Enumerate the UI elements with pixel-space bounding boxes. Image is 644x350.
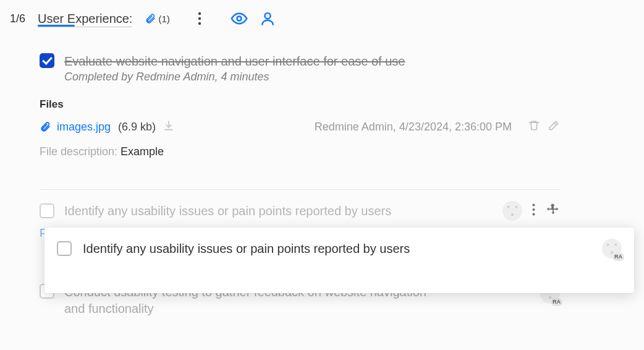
download-button[interactable] xyxy=(163,120,174,134)
assignee-avatar[interactable]: RA xyxy=(602,239,622,258)
assignee-avatar[interactable] xyxy=(502,201,522,221)
assignee-button[interactable] xyxy=(258,9,278,28)
paperclip-icon xyxy=(145,13,156,24)
watch-button[interactable] xyxy=(229,9,249,28)
divider xyxy=(40,189,560,190)
svg-point-1 xyxy=(198,17,201,20)
task-row-2-ghost: Identify any usability issues or pain po… xyxy=(40,201,560,221)
task-title: Identify any usability issues or pain po… xyxy=(64,204,493,218)
edit-file-button[interactable] xyxy=(548,119,560,134)
task-checkbox[interactable] xyxy=(57,241,72,256)
svg-point-3 xyxy=(237,17,241,21)
paperclip-icon xyxy=(40,121,51,132)
eye-icon xyxy=(231,10,248,27)
title-underline xyxy=(38,25,75,27)
row-more-button[interactable] xyxy=(532,203,535,218)
file-description-label: File description: xyxy=(40,145,121,158)
move-icon xyxy=(546,203,560,216)
more-menu-button[interactable] xyxy=(190,9,210,28)
file-size: (6.9 kb) xyxy=(118,121,156,134)
delete-file-button[interactable] xyxy=(528,119,540,134)
svg-point-2 xyxy=(198,22,201,25)
file-row: images.jpg (6.9 kb) Redmine Admin, 4/23/… xyxy=(40,119,560,134)
more-vertical-icon xyxy=(532,203,535,216)
trash-icon xyxy=(528,119,540,132)
task-checkbox[interactable] xyxy=(40,53,54,68)
svg-point-4 xyxy=(265,13,270,19)
avatar-initials: RA xyxy=(612,253,624,261)
user-icon xyxy=(260,11,276,27)
progress-counter: 1/6 xyxy=(10,12,25,25)
task-checkbox[interactable] xyxy=(40,203,54,218)
svg-point-0 xyxy=(198,12,201,15)
file-name-link[interactable]: images.jpg xyxy=(57,121,111,134)
avatar-initials: RA xyxy=(551,298,562,306)
task-title: Evaluate website navigation and user int… xyxy=(64,53,560,69)
attachments-badge[interactable]: (1) xyxy=(145,13,169,24)
svg-point-7 xyxy=(533,213,535,216)
task-completed-meta: Completed by Redmine Admin, 4 minutes xyxy=(64,70,560,83)
edit-icon xyxy=(548,119,560,132)
file-meta: Redmine Admin, 4/23/2024, 2:36:00 PM xyxy=(315,121,512,134)
more-vertical-icon xyxy=(198,12,201,25)
download-icon xyxy=(163,120,174,131)
svg-point-5 xyxy=(533,204,535,207)
file-description-row: File description: Example xyxy=(40,145,560,158)
file-description-value: Example xyxy=(121,145,164,158)
files-heading: Files xyxy=(40,98,560,111)
attachments-count: (1) xyxy=(158,14,169,24)
task-title: Identify any usability issues or pain po… xyxy=(83,242,591,256)
drag-handle[interactable] xyxy=(546,203,560,219)
svg-point-6 xyxy=(533,208,535,211)
dragging-task-card[interactable]: Identify any usability issues or pain po… xyxy=(44,228,634,293)
task-row-1: Evaluate website navigation and user int… xyxy=(40,53,560,83)
